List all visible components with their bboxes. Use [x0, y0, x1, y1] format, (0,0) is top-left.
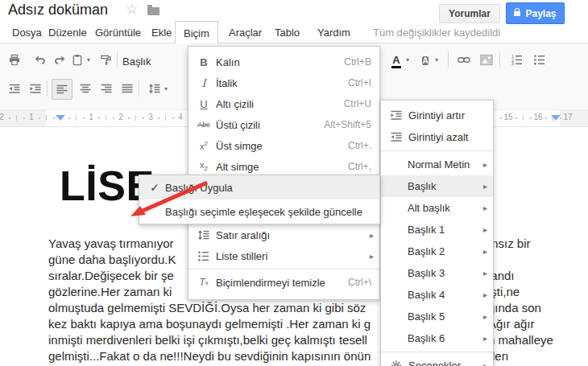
- menubar-item-ekle[interactable]: Ekle: [147, 24, 176, 41]
- menubar-item-düzenle[interactable]: Düzenle: [44, 24, 91, 41]
- menu-item-girintiyi-artır[interactable]: Girintiyi artır: [381, 105, 493, 126]
- folder-icon[interactable]: [147, 7, 159, 15]
- styles-dropdown[interactable]: Başlık: [122, 56, 151, 68]
- decrease-indent-icon: [386, 131, 407, 143]
- insert-link-button[interactable]: [454, 50, 474, 69]
- increase-indent-button[interactable]: [26, 79, 45, 98]
- superscript-icon: x2: [193, 140, 214, 151]
- numbered-list-button[interactable]: 123: [507, 50, 527, 69]
- style-item-alt-başlık[interactable]: Alt başlık▸: [381, 197, 493, 219]
- style-item-başlık-6[interactable]: Başlık 6▸: [381, 327, 493, 349]
- menu-item-üstü-çizili[interactable]: AbcÜstü çiziliAlt+Shift+5: [188, 114, 379, 135]
- popup-item-label: Başlığı seçimle eşleşecek şekilde güncel…: [165, 206, 362, 218]
- style-item-başlık-1[interactable]: Başlık 1▸: [381, 219, 493, 241]
- submenu-indent-section: Girintiyi artırGirintiyi azalt: [381, 105, 493, 148]
- style-item-normal-metin[interactable]: Normal Metin▸: [381, 154, 493, 175]
- bulleted-list-button[interactable]: [530, 50, 549, 69]
- ruler-number: 4: [178, 113, 183, 121]
- redo-button[interactable]: [50, 50, 69, 69]
- menubar-item-tablo[interactable]: Tablo: [271, 24, 304, 41]
- document-line-left: sıralar.Değişecek bir şe: [48, 269, 174, 282]
- print-icon: [8, 54, 21, 66]
- highlight-color-button[interactable]: A: [416, 50, 435, 69]
- menubar-item-yardım[interactable]: Yardım: [313, 24, 354, 41]
- insert-image-button[interactable]: [477, 50, 496, 69]
- ruler-number: 1: [89, 113, 93, 121]
- submenu-arrow-icon: ▸: [483, 204, 487, 212]
- document-title[interactable]: Adsız doküman: [8, 2, 108, 19]
- document-line-left: gelmişti...Fakat o da ne!!!Neydi bu sevd…: [48, 349, 371, 363]
- justify-icon: [121, 83, 134, 95]
- ruler-number: 15: [503, 113, 512, 121]
- style-item-başlık-4[interactable]: Başlık 4▸: [381, 284, 493, 306]
- menu-item-kalın[interactable]: BKalınCtrl+B: [188, 51, 379, 72]
- document-line: kez baktı kapıya ama boşunaydı gelmemişt…: [48, 316, 580, 332]
- print-button[interactable]: [5, 50, 24, 69]
- menubar-item-dosya[interactable]: Dosya: [8, 24, 46, 41]
- align-center-icon: [79, 83, 92, 95]
- align-center-button[interactable]: [76, 79, 95, 98]
- menubar-item-görüntüle[interactable]: Görüntüle: [91, 24, 145, 41]
- comments-button[interactable]: Yorumlar: [439, 4, 500, 23]
- menu-item-i̇talik[interactable]: IİtalikCtrl+I: [188, 72, 379, 93]
- menu-item-label: Satır aralığı: [216, 229, 270, 241]
- submenu-arrow-icon: ▸: [483, 225, 487, 234]
- insert-image-icon: [480, 54, 493, 66]
- menu-item-satır-aralığı[interactable]: Satır aralığı▸: [188, 224, 379, 245]
- document-line: gelmişti...Fakat o da ne!!!Neydi bu sevd…: [48, 348, 580, 364]
- style-item-başlık-3[interactable]: Başlık 3▸: [381, 262, 493, 284]
- ruler-tick: [516, 117, 517, 119]
- menu-item-label: Liste stilleri: [216, 250, 267, 262]
- style-item-başlık[interactable]: Başlık▸: [381, 175, 493, 197]
- paint-format-button[interactable]: [97, 50, 116, 69]
- ruler-number: 2: [0, 113, 4, 121]
- menu-item-girintiyi-azalt[interactable]: Girintiyi azalt: [381, 126, 493, 148]
- popup-item-başlığı-seçimle-eşleşecek-şekilde-güncelle[interactable]: Başlığı seçimle eşleşecek şekilde güncel…: [139, 199, 379, 224]
- dropdown-caret-icon[interactable]: ▾: [164, 86, 168, 93]
- popup-item-label: Başlığı Uygula: [165, 182, 233, 194]
- undo-button[interactable]: [31, 50, 50, 69]
- ruler-tick: [500, 117, 502, 119]
- align-left-button[interactable]: [52, 79, 72, 100]
- ruler-tick: [113, 117, 114, 119]
- justify-button[interactable]: [118, 79, 137, 98]
- submenu-arrow-icon: ▸: [483, 290, 487, 299]
- decrease-indent-button[interactable]: [5, 79, 24, 98]
- indent-marker-left[interactable]: [56, 115, 65, 121]
- menu-item-altı-çizili[interactable]: UAltı çiziliCtrl+U: [188, 93, 379, 114]
- ruler-tick: [98, 117, 100, 119]
- menu-item-seçenekler[interactable]: Seçenekler▸: [381, 355, 493, 366]
- menubar-item-araçlar[interactable]: Araçlar: [225, 24, 266, 41]
- dropdown-caret-icon[interactable]: ▾: [406, 57, 409, 64]
- ruler-tick: [46, 115, 47, 121]
- ruler-number: 16: [533, 113, 542, 121]
- ruler-tick: [53, 117, 55, 119]
- dropdown-caret-icon[interactable]: ▾: [435, 57, 438, 64]
- redo-icon: [53, 54, 66, 66]
- text-color-button[interactable]: A: [387, 50, 406, 69]
- menubar-item-biçim[interactable]: Biçim: [175, 21, 218, 43]
- popup-item-başlığı-uygula[interactable]: ✓Başlığı Uygula: [139, 175, 379, 199]
- ruler-tick: [128, 117, 130, 119]
- ruler-tick: [135, 115, 136, 121]
- menu-item-shortcut: Ctrl+\: [348, 277, 371, 288]
- paste-button[interactable]: [68, 50, 87, 69]
- star-icon[interactable]: ☆: [126, 1, 138, 18]
- style-item-başlık-2[interactable]: Başlık 2▸: [381, 241, 493, 262]
- menu-item-üst-simge[interactable]: x2Üst simgeCtrl+.: [188, 135, 379, 156]
- decrease-indent-icon: [8, 83, 21, 95]
- menu-item-shortcut: Ctrl+U: [344, 98, 371, 109]
- menu-item-liste-stilleri[interactable]: Liste stilleri▸: [188, 245, 379, 266]
- style-item-başlık-5[interactable]: Başlık 5▸: [381, 306, 493, 327]
- align-right-icon: [100, 83, 113, 95]
- ruler-tick: [143, 117, 144, 119]
- submenu-arrow-icon: ▸: [483, 247, 487, 256]
- share-button[interactable]: Paylaş: [506, 2, 565, 24]
- paint-format-icon: [100, 54, 113, 66]
- line-spacing-button[interactable]: [145, 79, 164, 98]
- ruler-tick: [530, 117, 532, 119]
- dropdown-caret-icon[interactable]: ▾: [87, 57, 90, 64]
- align-right-button[interactable]: [97, 79, 116, 98]
- menu-item-biçimlendirmeyi-temizle[interactable]: TxBiçimlendirmeyi temizleCtrl+\: [188, 272, 379, 293]
- indent-marker-right[interactable]: [551, 115, 561, 121]
